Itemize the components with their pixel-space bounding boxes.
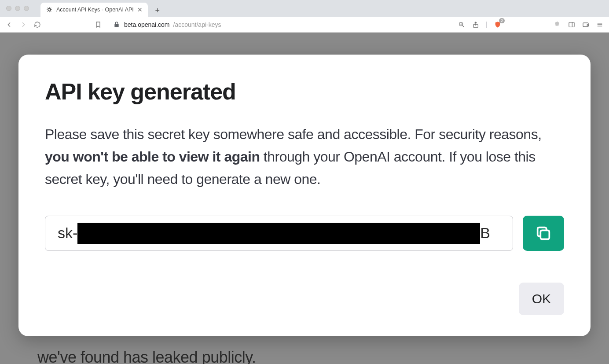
modal-desc-before: Please save this secret key somewhere sa… — [45, 126, 542, 142]
shield-count: 2 — [499, 18, 505, 23]
brave-shield-icon[interactable]: 2 — [494, 21, 502, 29]
svg-rect-3 — [569, 22, 574, 27]
extensions-icon[interactable] — [554, 21, 561, 29]
new-tab-button[interactable]: + — [151, 4, 164, 17]
url-path: /account/api-keys — [173, 21, 221, 28]
forward-button[interactable] — [19, 21, 27, 29]
close-tab-icon[interactable]: ✕ — [137, 6, 143, 13]
openai-favicon-icon — [46, 6, 53, 13]
api-key-redacted — [77, 223, 480, 244]
maximize-window-icon[interactable] — [24, 6, 29, 11]
browser-toolbar: beta.openai.com/account/api-keys | 2 — [0, 17, 609, 33]
svg-point-0 — [48, 8, 50, 11]
bookmark-icon[interactable] — [94, 21, 102, 29]
ok-button[interactable]: OK — [519, 283, 564, 315]
reload-button[interactable] — [33, 21, 41, 29]
back-button[interactable] — [5, 21, 13, 29]
api-key-prefix: sk- — [58, 224, 77, 242]
url-host: beta.openai.com — [124, 21, 170, 28]
minimize-window-icon[interactable] — [15, 6, 20, 11]
sidebar-icon[interactable] — [568, 21, 576, 29]
menu-icon[interactable] — [596, 21, 604, 29]
modal-title: API key generated — [45, 78, 564, 105]
share-icon[interactable] — [472, 21, 480, 29]
address-bar[interactable]: beta.openai.com/account/api-keys — [113, 21, 451, 29]
copy-button[interactable] — [523, 216, 564, 251]
api-key-modal: API key generated Please save this secre… — [18, 55, 591, 336]
tab-title: Account API Keys - OpenAI API — [56, 7, 134, 13]
browser-chrome: Account API Keys - OpenAI API ✕ + beta.o… — [0, 0, 609, 33]
svg-rect-9 — [540, 230, 549, 239]
lock-icon — [113, 21, 121, 29]
modal-description: Please save this secret key somewhere sa… — [45, 123, 564, 191]
close-window-icon[interactable] — [6, 6, 11, 11]
copy-icon — [535, 224, 552, 242]
api-key-field[interactable]: sk- B — [45, 216, 513, 251]
wallet-icon[interactable] — [582, 21, 590, 29]
browser-tab[interactable]: Account API Keys - OpenAI API ✕ — [40, 3, 148, 17]
zoom-icon[interactable] — [458, 21, 466, 29]
background-text: we've found has leaked publicly. — [37, 348, 256, 364]
tab-strip: Account API Keys - OpenAI API ✕ + — [0, 0, 609, 17]
window-controls[interactable] — [4, 0, 33, 17]
modal-desc-bold: you won't be able to view it again — [45, 149, 260, 165]
api-key-suffix: B — [480, 224, 490, 242]
